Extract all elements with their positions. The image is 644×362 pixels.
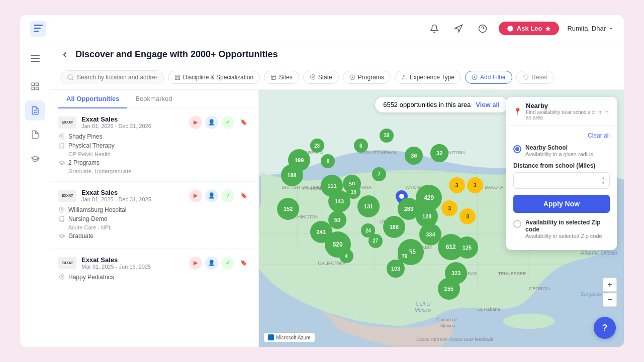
- svg-line-10: [72, 79, 73, 80]
- cluster-3a[interactable]: 3: [449, 177, 465, 193]
- svg-point-25: [61, 209, 63, 210]
- sidebar-item-chart[interactable]: [25, 76, 45, 96]
- person-action-icon[interactable]: 👤: [205, 189, 218, 202]
- sidebar-item-education[interactable]: [25, 149, 45, 169]
- back-button[interactable]: [60, 50, 69, 59]
- programs-icon: [349, 74, 355, 80]
- company-name: Exxat Sales: [81, 189, 184, 196]
- video-icon[interactable]: ▶: [189, 257, 202, 270]
- cluster-4[interactable]: 4: [339, 249, 353, 263]
- sites-label: Sites: [279, 74, 293, 81]
- plus-icon: [472, 74, 478, 80]
- cluster-23[interactable]: 23: [310, 139, 324, 153]
- svg-text:GEORGIA: GEORGIA: [529, 286, 551, 291]
- svg-text:TENNESSEE: TENNESSEE: [498, 271, 526, 276]
- check-icon[interactable]: ✓: [221, 257, 234, 270]
- arrow-up-icon: ▲: [601, 176, 605, 180]
- filter-discipline[interactable]: Discipline & Specialization: [168, 71, 260, 84]
- cluster-8b[interactable]: 8: [354, 139, 368, 153]
- cluster-188a[interactable]: 188: [281, 164, 303, 186]
- sidebar-item-file[interactable]: [25, 125, 45, 145]
- nearby-header[interactable]: 📍 Nearby Find availability near schools …: [506, 97, 617, 126]
- distance-input[interactable]: [518, 177, 588, 184]
- ask-leo-button[interactable]: Ask Leo: [499, 22, 560, 35]
- cluster-36[interactable]: 36: [405, 147, 423, 165]
- bookmark-icon[interactable]: 🔖: [237, 116, 250, 129]
- apply-now-button[interactable]: Apply Now: [513, 195, 610, 213]
- svg-rect-4: [36, 83, 38, 85]
- check-icon[interactable]: ✓: [221, 116, 234, 129]
- tab-bookmarked[interactable]: Bookmarked: [127, 90, 180, 108]
- clear-all-button[interactable]: Clear all: [513, 132, 610, 139]
- filter-programs[interactable]: Programs: [343, 71, 391, 84]
- zip-radio[interactable]: [513, 220, 521, 228]
- book-icon: [58, 143, 65, 149]
- svg-rect-5: [36, 87, 38, 90]
- video-icon[interactable]: ▶: [189, 189, 202, 202]
- date-range: Mar 01, 2025 - Jun 15, 2025: [81, 264, 184, 270]
- bookmark-icon[interactable]: 🔖: [237, 257, 250, 270]
- svg-point-26: [61, 276, 63, 278]
- company-name: Exxat Sales: [81, 115, 184, 123]
- logo-lines: [34, 25, 43, 32]
- view-all-link[interactable]: View all: [476, 101, 499, 108]
- cluster-188b[interactable]: 188: [383, 216, 405, 238]
- user-profile[interactable]: Rumita, Dhar: [567, 25, 614, 32]
- nearby-title-row: 📍 Nearby Find availability near schools …: [513, 102, 604, 120]
- search-input-wrap[interactable]: [60, 70, 164, 84]
- nearby-school-option[interactable]: Nearby School Availability in a given ra…: [513, 144, 610, 157]
- person-action-icon[interactable]: 👤: [205, 257, 218, 270]
- distance-label: Distance from school (Miles): [513, 162, 610, 169]
- filter-state[interactable]: State: [303, 71, 339, 84]
- discipline-label: Discipline & Specialization: [183, 74, 253, 81]
- list-items: EXXAT Exxat Sales Jan 01, 2026 - Dec 31,…: [50, 108, 258, 347]
- book-icon: [58, 216, 65, 222]
- cluster-19a[interactable]: 19: [380, 129, 394, 143]
- search-input[interactable]: [77, 74, 157, 81]
- cluster-152[interactable]: 152: [277, 198, 299, 220]
- cluster-32[interactable]: 32: [430, 144, 448, 162]
- cluster-155[interactable]: 155: [438, 278, 460, 300]
- zoom-controls: + −: [603, 278, 617, 307]
- graduation-icon: [58, 233, 65, 239]
- sidebar-item-document[interactable]: [25, 100, 45, 120]
- bell-icon[interactable]: [426, 21, 442, 37]
- video-icon[interactable]: ▶: [189, 116, 202, 129]
- card-header: EXXAT Exxat Sales Jan 01, 2026 - Dec 31,…: [58, 115, 250, 129]
- date-range: Jan 01, 2026 - Dec 31, 2026: [81, 123, 184, 129]
- location-pin-icon: [58, 274, 65, 280]
- hamburger-line-1: [31, 55, 40, 56]
- split-view: All Opportunities Bookmarked EXXAT: [50, 90, 624, 347]
- zip-option[interactable]: Availability in selected Zip code Availa…: [513, 219, 610, 239]
- megaphone-icon[interactable]: [450, 21, 467, 37]
- zoom-out-button[interactable]: −: [603, 293, 617, 307]
- cluster-125[interactable]: 125: [456, 236, 478, 259]
- zoom-in-button[interactable]: +: [603, 278, 617, 292]
- person-action-icon[interactable]: 👤: [205, 116, 218, 129]
- main-content: Discover and Engage with 2000+ Opportuni…: [20, 42, 624, 347]
- help-circle-icon[interactable]: [475, 21, 491, 37]
- cluster-103[interactable]: 103: [387, 260, 405, 278]
- cluster-3d[interactable]: 3: [459, 208, 476, 224]
- list-panel: All Opportunities Bookmarked EXXAT: [50, 90, 259, 347]
- school-radio[interactable]: [513, 145, 521, 153]
- cluster-3c[interactable]: 3: [441, 200, 457, 216]
- cluster-3b[interactable]: 3: [467, 177, 483, 193]
- cluster-50b[interactable]: 50: [328, 211, 346, 229]
- tab-all-opportunities[interactable]: All Opportunities: [58, 90, 127, 108]
- add-filter-button[interactable]: Add Filter: [465, 71, 512, 84]
- bookmark-icon[interactable]: 🔖: [237, 189, 250, 202]
- hamburger-menu[interactable]: [25, 48, 45, 68]
- cluster-7[interactable]: 7: [372, 167, 386, 181]
- check-icon[interactable]: ✓: [221, 189, 234, 202]
- reset-button[interactable]: Reset: [516, 71, 554, 84]
- filter-experience[interactable]: Experience Type: [395, 71, 461, 84]
- map-panel[interactable]: Atlantic Ocean Sargasso Sea Gulf of Mexi…: [259, 90, 624, 347]
- cluster-131[interactable]: 131: [357, 195, 380, 217]
- opportunity-card: EXXAT Exxat Sales Mar 01, 2025 - Jun 15,…: [50, 249, 258, 290]
- help-button[interactable]: ?: [594, 317, 616, 339]
- filter-sites[interactable]: Sites: [264, 71, 299, 84]
- person-icon: [401, 74, 407, 80]
- svg-point-9: [68, 75, 72, 79]
- cluster-27[interactable]: 27: [369, 234, 383, 248]
